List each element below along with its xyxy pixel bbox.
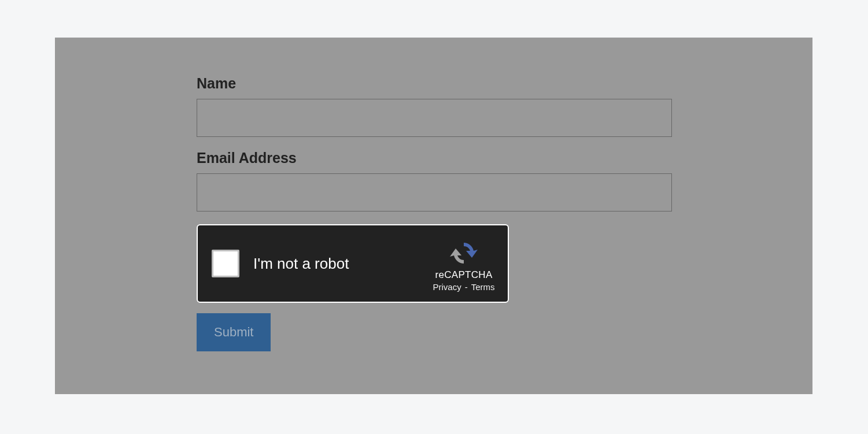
recaptcha-checkbox[interactable]: [212, 250, 239, 277]
email-input[interactable]: [197, 173, 672, 212]
name-input[interactable]: [197, 99, 672, 137]
email-group: Email Address: [197, 150, 812, 212]
email-label: Email Address: [197, 150, 812, 166]
name-group: Name: [197, 75, 812, 137]
recaptcha-label: I'm not a robot: [253, 255, 429, 273]
recaptcha-brand-text: reCAPTCHA: [435, 269, 492, 281]
recaptcha-widget: I'm not a robot reCAPTCHA Privacy - Term…: [197, 224, 509, 303]
submit-button[interactable]: Submit: [197, 313, 271, 351]
name-label: Name: [197, 75, 812, 92]
form-container: Name Email Address I'm not a robot reCAP…: [55, 38, 812, 394]
recaptcha-privacy-link[interactable]: Privacy: [433, 282, 461, 292]
recaptcha-branding: reCAPTCHA Privacy - Terms: [429, 236, 498, 292]
recaptcha-terms-link[interactable]: Terms: [471, 282, 495, 292]
recaptcha-link-separator: -: [465, 282, 468, 292]
recaptcha-links: Privacy - Terms: [433, 282, 494, 292]
recaptcha-icon: [448, 239, 480, 267]
